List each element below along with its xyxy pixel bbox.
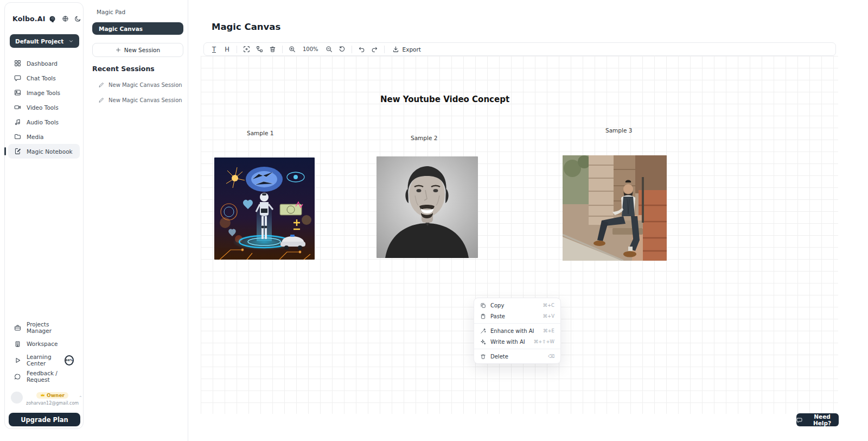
menu-item-delete[interactable]: Delete ⌫	[474, 351, 560, 362]
session-list-item[interactable]: New Magic Canvas Session	[98, 82, 182, 88]
sidebar-item-projects-manager[interactable]: Projects Manager	[8, 319, 80, 336]
sample-2-label[interactable]: Sample 2	[411, 135, 437, 141]
zoom-level[interactable]: 100%	[299, 46, 322, 52]
connector-tool-button[interactable]	[253, 44, 266, 54]
music-note-icon	[14, 118, 21, 125]
active-indicator	[4, 147, 6, 155]
sidebar-item-label: Learning Center	[27, 354, 58, 367]
heading-tool-button[interactable]: H	[221, 44, 233, 54]
menu-item-shortcut: ⌘+C	[542, 303, 554, 308]
video-camera-icon	[14, 104, 21, 111]
sidebar-item-feedback[interactable]: Feedback / Request	[8, 368, 80, 385]
menu-item-shortcut: ⌘+E	[543, 328, 554, 333]
sidebar-item-label: Media	[27, 134, 44, 140]
menu-item-enhance-with-ai[interactable]: Enhance with AI ⌘+E	[474, 325, 560, 336]
sidebar: Kolbo.AI Default Project Dashboard Chat …	[4, 2, 84, 429]
sidebar-item-label: Workspace	[27, 341, 58, 347]
sidebar-item-label: Magic Notebook	[27, 148, 73, 155]
sidebar-item-chat-tools[interactable]: Chat Tools	[8, 71, 80, 85]
project-selector[interactable]: Default Project	[10, 34, 79, 48]
download-icon	[392, 46, 399, 53]
canvas-toolbar: T H 100% Export	[203, 42, 836, 56]
upgrade-plan-button[interactable]: Upgrade Plan	[9, 413, 80, 426]
reset-view-button[interactable]	[336, 44, 348, 54]
brand-row: Kolbo.AI	[12, 15, 78, 23]
brain-logo-icon	[48, 15, 56, 23]
sidebar-item-learning-center[interactable]: Learning Center 66%	[8, 352, 80, 368]
user-email: zoharvan12@gmail.com	[26, 401, 79, 406]
pencil-icon	[98, 82, 104, 88]
sidebar-item-label: Dashboard	[27, 60, 58, 67]
notebook-pen-icon	[14, 148, 21, 155]
sample-1-image[interactable]	[214, 158, 315, 260]
menu-item-copy[interactable]: Copy ⌘+C	[474, 300, 560, 311]
delete-tool-button[interactable]	[266, 44, 279, 54]
sidebar-item-image-tools[interactable]: Image Tools	[8, 85, 80, 100]
sample-2-image[interactable]	[376, 156, 478, 258]
sidebar-item-audio-tools[interactable]: Audio Tools	[8, 115, 80, 129]
zoom-out-button[interactable]	[323, 44, 335, 54]
sidebar-item-label: Audio Tools	[27, 119, 59, 125]
session-item-label: New Magic Canvas Session	[108, 97, 182, 103]
sidebar-item-workspace[interactable]: Workspace	[8, 336, 80, 352]
flow-connector-icon	[256, 46, 263, 53]
session-list-item[interactable]: New Magic Canvas Session	[98, 97, 182, 103]
sample-1-label[interactable]: Sample 1	[247, 130, 273, 136]
language-globe-icon[interactable]	[62, 15, 69, 22]
sidebar-item-magic-notebook[interactable]: Magic Notebook	[8, 144, 80, 159]
sample-3-image[interactable]	[563, 155, 667, 261]
sidebar-item-video-tools[interactable]: Video Tools	[8, 100, 80, 115]
zoom-in-icon	[289, 46, 296, 53]
menu-item-paste[interactable]: Paste ⌘+V	[474, 311, 560, 322]
context-menu: Copy ⌘+C Paste ⌘+V Enhance with AI ⌘+E W…	[474, 298, 561, 364]
sidebar-item-dashboard[interactable]: Dashboard	[8, 56, 80, 71]
user-account[interactable]: Owner zoharvan12@gmail.com ⌃	[11, 389, 79, 406]
menu-divider	[474, 349, 560, 349]
tool-item-label: Magic Canvas	[99, 26, 143, 32]
redo-button[interactable]	[368, 44, 381, 54]
need-help-button[interactable]: Need Help?	[796, 413, 839, 426]
learning-progress-badge: 66%	[65, 355, 74, 366]
app-root: Kolbo.AI Default Project Dashboard Chat …	[0, 0, 868, 441]
new-session-button[interactable]: New Session	[92, 43, 183, 57]
brand-name: Kolbo.AI	[12, 15, 46, 23]
sidebar-item-label: Image Tools	[27, 90, 60, 96]
play-icon	[14, 357, 21, 364]
undo-icon	[358, 46, 365, 53]
select-area-button[interactable]	[240, 44, 253, 54]
zoom-in-button[interactable]	[286, 44, 298, 54]
clipboard-icon	[480, 313, 486, 319]
magic-wand-icon	[480, 328, 486, 334]
sessions-panel: Magic Pad Magic Canvas New Session Recen…	[84, 0, 188, 441]
tool-item-magic-pad[interactable]: Magic Pad	[97, 9, 125, 15]
menu-item-label: Delete	[490, 354, 508, 360]
toolbar-divider	[237, 46, 237, 53]
user-expand-icon[interactable]: ⌃	[79, 395, 82, 400]
folder-icon	[14, 133, 21, 140]
export-button[interactable]: Export	[388, 44, 425, 54]
canvas-text-heading[interactable]: New Youtube Video Concept	[374, 94, 515, 104]
menu-item-label: Paste	[490, 313, 505, 319]
tool-item-magic-canvas[interactable]: Magic Canvas	[92, 22, 183, 35]
sample-3-label[interactable]: Sample 3	[605, 127, 632, 134]
trash-icon	[269, 46, 276, 53]
sidebar-item-media[interactable]: Media	[8, 129, 80, 144]
project-selector-label: Default Project	[15, 38, 63, 45]
briefcase-icon	[14, 324, 21, 331]
undo-button[interactable]	[355, 44, 368, 54]
menu-item-label: Enhance with AI	[490, 328, 534, 334]
canvas-grid[interactable]: New Youtube Video Concept Sample 1 Sampl…	[201, 56, 838, 414]
trash-icon	[480, 354, 486, 360]
menu-divider	[474, 323, 560, 324]
menu-item-label: Write with AI	[490, 339, 525, 345]
menu-item-shortcut: ⌘+⇧+W	[534, 339, 554, 344]
sidebar-item-label: Feedback / Request	[27, 370, 74, 383]
chat-bubble-icon	[14, 74, 21, 81]
dark-mode-moon-icon[interactable]	[74, 15, 81, 22]
new-session-label: New Session	[124, 47, 160, 53]
session-item-label: New Magic Canvas Session	[108, 82, 182, 88]
heading-tool-glyph: H	[225, 46, 229, 53]
menu-item-write-with-ai[interactable]: Write with AI ⌘+⇧+W	[474, 336, 560, 347]
text-tool-button[interactable]: T	[208, 44, 220, 54]
redo-icon	[371, 46, 378, 53]
